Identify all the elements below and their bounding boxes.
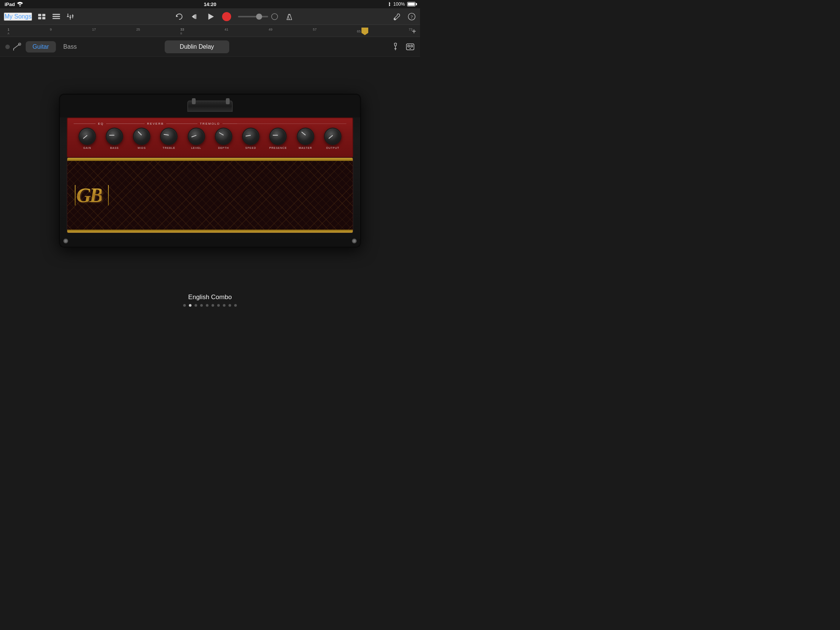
level-knob-group: LEVEL — [188, 128, 205, 149]
preset-dot-8[interactable] — [229, 304, 231, 307]
svg-point-20 — [394, 19, 395, 20]
master-knob[interactable] — [297, 128, 314, 145]
tuner-icon[interactable] — [391, 43, 399, 51]
amp-grille: GB GB — [67, 158, 353, 233]
level-knob-label: LEVEL — [191, 147, 201, 149]
presence-knob-label: PRESENCE — [269, 147, 287, 149]
status-bar: iPad 14:20 100% — [0, 0, 420, 8]
pedal-board-icon[interactable] — [406, 42, 415, 51]
gain-knob-label: GAIN — [84, 147, 92, 149]
preset-dot-2[interactable] — [194, 304, 197, 307]
svg-rect-1 — [42, 14, 45, 16]
timeline-tick-17: 17 — [92, 28, 96, 35]
preset-dots — [183, 304, 237, 307]
svg-text:?: ? — [411, 14, 412, 19]
mids-knob[interactable] — [133, 128, 150, 145]
svg-rect-12 — [72, 16, 74, 16]
tempo-slider[interactable] — [238, 16, 268, 17]
timeline-tick-25: 25 — [136, 28, 140, 35]
timeline: 1A 9 17 25 33B 41 49 57 65 73 + — [0, 25, 420, 37]
timeline-tick-33: 33B — [180, 28, 184, 35]
my-songs-button[interactable]: My Songs — [4, 13, 32, 21]
gb-logo-border-right — [108, 185, 109, 205]
preset-dot-0[interactable] — [183, 304, 186, 307]
tempo-circle-icon — [271, 13, 278, 20]
bass-knob[interactable] — [106, 128, 123, 145]
record-button[interactable] — [222, 12, 231, 21]
gain-knob[interactable] — [79, 128, 96, 145]
treble-knob-group: TREBLE — [160, 128, 177, 149]
output-knob-group: OUTPUT — [324, 128, 341, 149]
toolbar: My Songs — [0, 8, 420, 25]
svg-rect-3 — [42, 17, 45, 19]
bass-tab[interactable]: Bass — [57, 41, 84, 52]
toolbar-left: My Songs — [4, 12, 75, 21]
preset-dot-4[interactable] — [206, 304, 208, 307]
svg-line-18 — [288, 16, 289, 20]
wrench-icon — [393, 13, 401, 21]
svg-rect-0 — [38, 14, 41, 16]
play-button[interactable] — [206, 12, 215, 21]
effect-name-button[interactable]: Dublin Delay — [165, 40, 229, 53]
preset-dot-9[interactable] — [234, 304, 237, 307]
play-icon — [207, 13, 215, 21]
master-knob-group: MASTER — [297, 128, 314, 149]
grid-view-button[interactable] — [37, 12, 46, 21]
list-view-icon — [52, 13, 60, 21]
grille-border-top — [67, 158, 353, 161]
svg-point-30 — [411, 45, 412, 47]
speed-knob-group: SPEED — [242, 128, 259, 149]
tempo-area — [238, 13, 278, 20]
bass-knob-label: BASS — [110, 147, 119, 149]
preset-name: English Combo — [188, 294, 232, 301]
grille-pattern — [67, 158, 353, 233]
preset-dot-1[interactable] — [189, 304, 191, 307]
reverb-label: REVERB — [147, 122, 164, 125]
preset-dot-7[interactable] — [223, 304, 226, 307]
preset-dot-6[interactable] — [217, 304, 220, 307]
guitar-tab[interactable]: Guitar — [26, 41, 56, 52]
treble-knob[interactable] — [160, 128, 177, 145]
device-label: iPad — [5, 2, 15, 7]
wrench-button[interactable] — [393, 12, 402, 21]
panel-sections: EQ REVERB TREMOLO — [74, 122, 346, 125]
rewind-button[interactable] — [190, 12, 199, 21]
grid-view-icon — [38, 13, 46, 21]
svg-point-31 — [409, 47, 411, 49]
bluetooth-icon — [387, 2, 391, 7]
level-knob[interactable] — [188, 128, 205, 145]
svg-rect-4 — [52, 14, 60, 15]
tempo-thumb[interactable] — [256, 14, 262, 20]
amp-top — [60, 95, 360, 117]
svg-rect-2 — [38, 17, 41, 19]
preset-dot-3[interactable] — [200, 304, 203, 307]
mixer-button[interactable] — [66, 12, 75, 21]
mids-knob-label: MIDS — [138, 147, 146, 149]
instrument-controls: Guitar Bass Dublin Delay — [0, 37, 420, 57]
mids-knob-group: MIDS — [133, 128, 150, 149]
gb-logo-border-left — [75, 185, 76, 205]
controls-right — [391, 42, 415, 51]
speed-knob-label: SPEED — [245, 147, 256, 149]
presence-knob-group: PRESENCE — [269, 128, 287, 149]
bass-knob-group: BASS — [106, 128, 123, 149]
battery-percent: 100% — [393, 2, 405, 7]
grille-border-bottom — [67, 230, 353, 233]
svg-rect-14 — [195, 14, 196, 19]
undo-button[interactable] — [175, 12, 183, 21]
help-button[interactable]: ? — [407, 12, 416, 21]
knobs-row: GAIN BASS MIDS TREBLE — [74, 128, 346, 149]
depth-knob[interactable] — [215, 128, 232, 145]
depth-knob-label: DEPTH — [218, 147, 229, 149]
svg-marker-15 — [208, 13, 214, 19]
presence-knob[interactable] — [269, 128, 287, 145]
add-section-button[interactable]: + — [412, 27, 416, 36]
svg-point-29 — [407, 45, 409, 47]
toolbar-right: ? — [393, 12, 416, 21]
output-knob[interactable] — [324, 128, 341, 145]
list-view-button[interactable] — [52, 12, 61, 21]
speed-knob[interactable] — [242, 128, 259, 145]
preset-dot-5[interactable] — [212, 304, 214, 307]
treble-knob-label: TREBLE — [163, 147, 175, 149]
metronome-button[interactable] — [285, 12, 294, 21]
